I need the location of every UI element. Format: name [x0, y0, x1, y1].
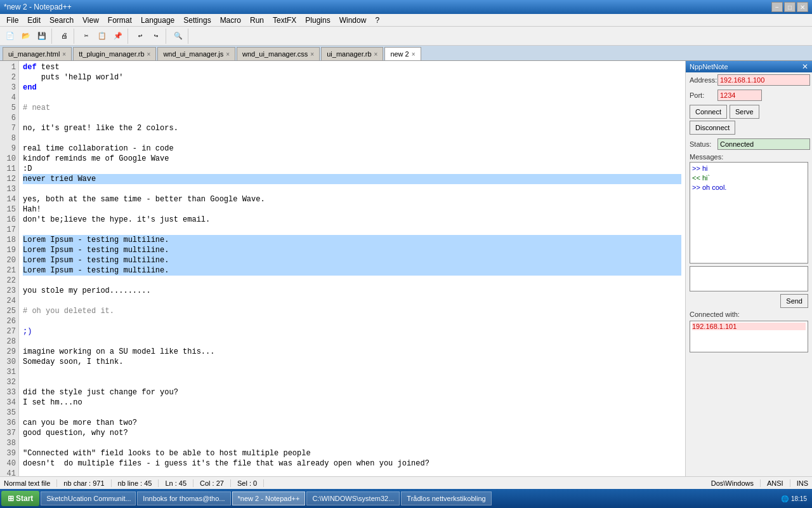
editor: 1234567891011121314151617181920212223242…: [0, 61, 685, 476]
start-icon: ⊞: [8, 494, 14, 503]
connected-with-label: Connected with:: [686, 309, 812, 319]
encoding-status: ANSI: [767, 479, 790, 487]
taskbar-task[interactable]: C:\WINDOWS\system32...: [306, 491, 400, 505]
code-line-11: :D: [23, 164, 681, 174]
code-line-4: [23, 93, 681, 103]
minimize-button[interactable]: −: [771, 2, 783, 12]
menu-item-settings[interactable]: Settings: [180, 15, 214, 25]
tab-label: wnd_ui_manager.css: [242, 50, 308, 58]
tab-4[interactable]: ui_manager.rb×: [321, 47, 383, 60]
menu-item-file[interactable]: File: [3, 15, 22, 25]
send-button[interactable]: Send: [780, 294, 808, 308]
code-line-32: [23, 377, 681, 387]
compose-textarea[interactable]: [690, 267, 808, 291]
menu-item-language[interactable]: Language: [137, 15, 178, 25]
menu-item-textfx[interactable]: TextFX: [269, 15, 300, 25]
code-line-18: Lorem Ipsum - testing multiline.: [23, 235, 681, 245]
copy-button[interactable]: 📋: [95, 29, 110, 44]
code-line-36: can you be more than two?: [23, 418, 681, 428]
code-line-20: Lorem Ipsum - testing multiline.: [23, 255, 681, 265]
code-line-25: # oh you deleted it.: [23, 306, 681, 316]
window-controls: − □ ✕: [771, 2, 808, 12]
code-line-7: no, it's great! like the 2 colors.: [23, 123, 681, 133]
code-content[interactable]: def test puts 'hellp world'end # neat no…: [19, 61, 685, 476]
tab-5[interactable]: new 2×: [384, 47, 421, 60]
tab-close-icon[interactable]: ×: [62, 51, 66, 58]
line-num-41: 41: [3, 469, 16, 476]
undo-button[interactable]: ↩: [133, 29, 148, 44]
line-num-21: 21: [3, 265, 16, 276]
code-line-30: Someday soon, I think.: [23, 357, 681, 367]
menu-item-edit[interactable]: Edit: [23, 15, 44, 25]
code-line-12: never tried Wave: [23, 174, 681, 184]
taskbar-task[interactable]: *new 2 - Notepad++: [232, 491, 306, 505]
line-num-13: 13: [3, 184, 16, 194]
tab-label: new 2: [390, 50, 409, 58]
ln-status: Ln : 45: [165, 479, 193, 487]
message-item: << hi`: [692, 173, 806, 183]
close-button[interactable]: ✕: [797, 2, 808, 12]
code-line-31: [23, 367, 681, 377]
taskbar-task[interactable]: Innboks for thomas@tho...: [137, 491, 230, 505]
code-line-37: good question, why not?: [23, 428, 681, 438]
menu-item-view[interactable]: View: [79, 15, 103, 25]
tab-3[interactable]: wnd_ui_manager.css×: [237, 47, 320, 60]
messages-box: >> hi<< hi`>> oh cool.: [690, 162, 808, 264]
line-num-38: 38: [3, 438, 16, 448]
address-input[interactable]: [717, 74, 810, 86]
redo-button[interactable]: ↪: [148, 29, 164, 44]
line-num-30: 30: [3, 357, 16, 367]
save-button[interactable]: 💾: [34, 29, 49, 44]
line-num-31: 31: [3, 367, 16, 377]
line-num-12: 12: [3, 174, 16, 184]
send-row: Send: [686, 293, 812, 309]
line-num-19: 19: [3, 245, 16, 255]
line-num-40: 40: [3, 458, 16, 469]
code-line-35: [23, 408, 681, 418]
tab-close-icon[interactable]: ×: [374, 51, 378, 58]
tabs-bar: ui_manager.html×tt_plugin_manager.rb×wnd…: [0, 46, 812, 61]
code-line-14: yes, both at the same time - better than…: [23, 194, 681, 204]
cut-button[interactable]: ✂: [79, 29, 94, 44]
line-num-3: 3: [3, 83, 16, 93]
toolbar-sep-4: [166, 29, 169, 44]
restore-button[interactable]: □: [784, 2, 796, 12]
message-item: >> hi: [692, 164, 806, 173]
menu-item-macro[interactable]: Macro: [216, 15, 245, 25]
disconnect-button[interactable]: Disconnect: [690, 121, 735, 135]
line-count-status: nb line : 45: [118, 479, 159, 487]
menu-item-?[interactable]: ?: [371, 15, 383, 25]
tab-0[interactable]: ui_manager.html×: [3, 47, 72, 60]
menu-item-plugins[interactable]: Plugins: [301, 15, 334, 25]
tab-label: tt_plugin_manager.rb: [79, 50, 144, 58]
menu-item-format[interactable]: Format: [104, 15, 136, 25]
start-button[interactable]: ⊞ Start: [1, 491, 39, 506]
port-input[interactable]: [717, 90, 762, 101]
tab-close-icon[interactable]: ×: [412, 51, 416, 58]
line-num-6: 6: [3, 113, 16, 123]
serve-button[interactable]: Serve: [730, 105, 759, 119]
connect-button[interactable]: Connect: [690, 105, 727, 119]
print-button[interactable]: 🖨: [56, 29, 72, 44]
paste-button[interactable]: 📌: [110, 29, 126, 44]
new-button[interactable]: 📄: [3, 29, 18, 44]
open-button[interactable]: 📂: [18, 29, 34, 44]
search-button[interactable]: 🔍: [171, 29, 186, 44]
line-num-25: 25: [3, 306, 16, 316]
taskbar-task[interactable]: Trådlos nettverkstikobling: [401, 491, 491, 505]
status-row: Status:: [686, 137, 812, 152]
panel-close-icon[interactable]: ✕: [802, 62, 808, 71]
code-line-19: Lorem Ipsum - testing multiline.: [23, 245, 681, 255]
tab-close-icon[interactable]: ×: [226, 51, 230, 58]
menu-item-run[interactable]: Run: [246, 15, 268, 25]
menu-item-search[interactable]: Search: [46, 15, 77, 25]
line-num-29: 29: [3, 347, 16, 357]
menu-item-window[interactable]: Window: [336, 15, 370, 25]
tab-close-icon[interactable]: ×: [147, 51, 151, 58]
tab-1[interactable]: tt_plugin_manager.rb×: [73, 47, 156, 60]
tab-close-icon[interactable]: ×: [310, 51, 314, 58]
taskbar-task[interactable]: SketchUcation Communit...: [41, 491, 136, 505]
code-line-22: [23, 276, 681, 286]
tab-2[interactable]: wnd_ui_manager.js×: [157, 47, 235, 60]
code-line-21: Lorem Ipsum - testing multiline.: [23, 265, 681, 276]
